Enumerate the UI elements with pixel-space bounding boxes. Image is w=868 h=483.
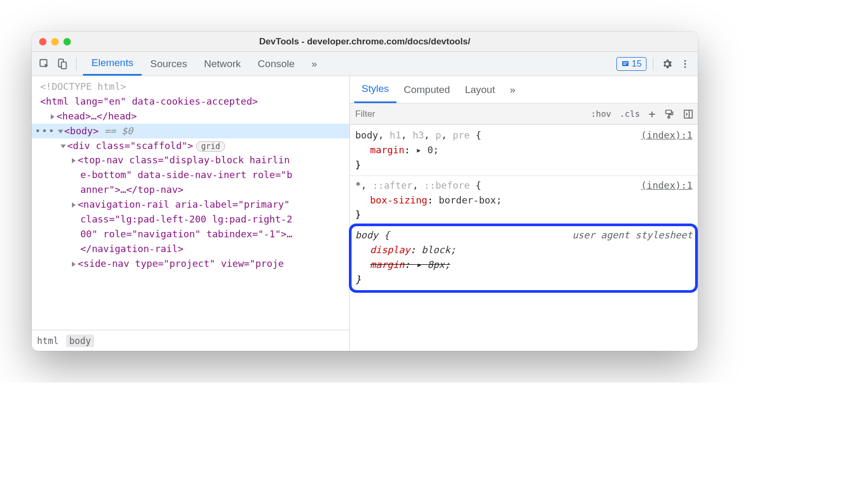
gear-icon[interactable] <box>660 57 675 71</box>
more-subtabs-icon[interactable]: » <box>502 76 523 103</box>
subtab-computed[interactable]: Computed <box>396 76 458 103</box>
issues-badge[interactable]: 15 <box>616 57 647 71</box>
window-title: DevTools - developer.chrome.com/docs/dev… <box>32 36 698 47</box>
svg-point-8 <box>684 66 686 68</box>
tab-console[interactable]: Console <box>250 52 303 76</box>
inspect-icon[interactable] <box>37 57 52 71</box>
dom-body-selected[interactable]: ••• <body> == $0 <box>32 124 349 138</box>
minimize-icon[interactable] <box>51 38 59 45</box>
close-icon[interactable] <box>39 38 47 45</box>
selection-dots-icon: ••• <box>32 124 57 138</box>
svg-rect-2 <box>61 62 66 69</box>
zoom-icon[interactable] <box>63 38 71 45</box>
device-toggle-icon[interactable] <box>55 57 70 71</box>
dom-navrail[interactable]: <navigation-rail aria-label="primary" <box>32 197 349 212</box>
dom-tree[interactable]: <!DOCTYPE html> <html lang="en" data-coo… <box>32 76 349 330</box>
elements-panel: <!DOCTYPE html> <html lang="en" data-coo… <box>32 76 350 351</box>
rule-close-brace: } <box>355 272 692 287</box>
dom-sidenav[interactable]: <side-nav type="project" view="proje <box>32 256 349 271</box>
dom-topnav[interactable]: anner">…</top-nav> <box>32 182 349 197</box>
window-controls <box>39 38 71 45</box>
svg-rect-9 <box>666 110 671 114</box>
dom-navrail[interactable]: </navigation-rail> <box>32 242 349 256</box>
tab-network[interactable]: Network <box>196 52 250 76</box>
styles-panel: Styles Computed Layout » :hov .cls + <box>350 76 698 351</box>
rule-close-brace: } <box>355 157 692 172</box>
style-rule[interactable]: user agent stylesheetbody {display: bloc… <box>350 226 698 291</box>
devtools-window: DevTools - developer.chrome.com/docs/dev… <box>32 32 698 351</box>
titlebar: DevTools - developer.chrome.com/docs/dev… <box>32 32 698 52</box>
kebab-icon[interactable] <box>678 57 692 71</box>
tab-sources[interactable]: Sources <box>142 52 196 76</box>
dom-html[interactable]: <html lang="en" data-cookies-accepted> <box>32 94 349 109</box>
css-property[interactable]: box-sizing: border-box; <box>355 193 692 208</box>
new-style-rule-icon[interactable]: + <box>644 107 660 120</box>
dom-topnav[interactable]: <top-nav class="display-block hairlin <box>32 153 349 168</box>
css-property[interactable]: display: block; <box>355 243 692 257</box>
dom-div-scaffold[interactable]: <div class="scaffold">grid <box>32 138 349 153</box>
style-rule[interactable]: (index):1body, h1, h3, p, pre {margin: ▸… <box>350 126 698 176</box>
dom-navrail[interactable]: class="lg:pad-left-200 lg:pad-right-2 <box>32 212 349 227</box>
svg-point-6 <box>684 60 686 61</box>
css-property[interactable]: margin: ▸ 0; <box>355 143 692 157</box>
subtab-styles[interactable]: Styles <box>354 76 396 103</box>
styles-rules: (index):1body, h1, h3, p, pre {margin: ▸… <box>350 125 698 351</box>
style-rule[interactable]: (index):1*, ::after, ::before {box-sizin… <box>350 176 698 226</box>
rule-close-brace: } <box>355 207 692 222</box>
svg-rect-4 <box>623 62 627 63</box>
paint-icon[interactable] <box>660 109 679 119</box>
dom-head[interactable]: <head>…</head> <box>32 109 349 124</box>
crumb-html[interactable]: html <box>37 336 59 346</box>
crumb-body[interactable]: body <box>66 335 94 347</box>
tab-elements[interactable]: Elements <box>83 52 142 76</box>
styles-filterbar: :hov .cls + <box>350 104 698 125</box>
separator <box>653 57 653 71</box>
grid-badge[interactable]: grid <box>196 141 225 152</box>
styles-subtabs: Styles Computed Layout » <box>350 76 698 104</box>
content-panes: <!DOCTYPE html> <html lang="en" data-coo… <box>32 76 698 351</box>
dom-topnav[interactable]: e-bottom" data-side-nav-inert role="b <box>32 168 349 182</box>
issues-count: 15 <box>632 59 642 69</box>
svg-rect-5 <box>623 64 626 64</box>
more-tabs-icon[interactable]: » <box>303 52 326 76</box>
separator <box>76 57 77 71</box>
computed-toggle-icon[interactable] <box>679 109 698 119</box>
rule-source-link[interactable]: (index):1 <box>641 178 692 193</box>
dom-doctype[interactable]: <!DOCTYPE html> <box>32 79 349 94</box>
svg-point-7 <box>684 63 686 64</box>
styles-filter-input[interactable] <box>350 104 473 124</box>
panel-tabs: Elements Sources Network Console » <box>83 52 326 76</box>
subtab-layout[interactable]: Layout <box>457 76 502 103</box>
dom-navrail[interactable]: 00" role="navigation" tabindex="-1">… <box>32 227 349 242</box>
svg-rect-10 <box>668 116 670 118</box>
rule-source-link[interactable]: user agent stylesheet <box>572 228 692 243</box>
cls-toggle[interactable]: .cls <box>615 109 644 119</box>
svg-rect-11 <box>685 110 692 118</box>
main-toolbar: Elements Sources Network Console » 15 <box>32 52 698 76</box>
css-property[interactable]: margin: ▸ 8px; <box>355 257 692 272</box>
rule-source-link[interactable]: (index):1 <box>641 128 692 143</box>
svg-rect-3 <box>622 61 629 66</box>
breadcrumb: html body <box>32 330 349 351</box>
hov-toggle[interactable]: :hov <box>587 109 616 119</box>
